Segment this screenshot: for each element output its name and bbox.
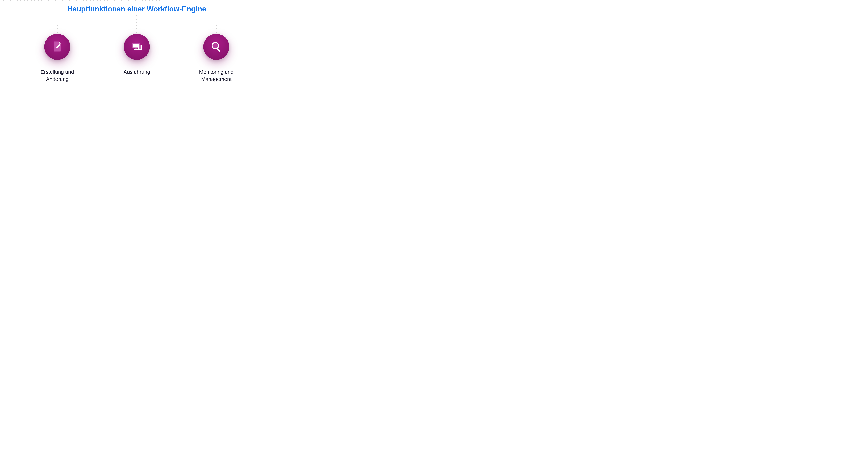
node-circle	[44, 34, 70, 60]
connector-stem-top	[136, 15, 138, 24]
node-execution: Ausführung	[111, 34, 163, 76]
svg-rect-10	[217, 48, 220, 52]
magnifier-icon	[210, 40, 222, 53]
devices-icon	[131, 40, 143, 53]
node-circle	[124, 34, 150, 60]
connector-stem-left	[56, 23, 58, 35]
connector-stem-right	[215, 23, 217, 35]
svg-point-9	[212, 42, 219, 49]
diagram-title: Hauptfunktionen einer Workflow-Engine	[0, 5, 273, 13]
node-label: Erstellung und Änderung	[31, 69, 83, 82]
svg-point-8	[140, 49, 140, 49]
connector-stem-middle	[136, 23, 138, 35]
svg-rect-0	[55, 49, 60, 49]
document-edit-icon	[51, 40, 63, 53]
svg-rect-7	[139, 45, 141, 49]
svg-rect-5	[134, 49, 138, 50]
svg-rect-4	[135, 48, 137, 49]
node-label: Ausführung	[123, 69, 150, 76]
svg-rect-3	[133, 44, 139, 47]
svg-rect-1	[55, 50, 58, 51]
node-label: Monitoring und Management	[190, 69, 242, 82]
node-creation-edit: Erstellung und Änderung	[31, 34, 83, 82]
connector-horizontal	[0, 0, 160, 2]
node-circle	[203, 34, 229, 60]
node-monitoring-management: Monitoring und Management	[190, 34, 242, 82]
